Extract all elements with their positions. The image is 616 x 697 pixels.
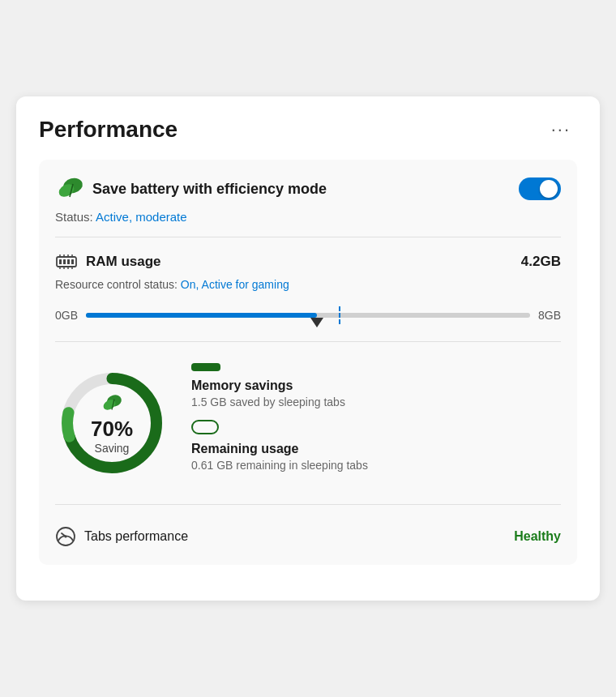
slider-thumb	[310, 318, 323, 327]
memory-savings-desc: 1.5 GB saved by sleeping tabs	[191, 396, 561, 408]
card-header: Performance ···	[39, 116, 577, 143]
efficiency-row: Save battery with efficiency mode	[55, 174, 561, 203]
memory-section: 70% Saving Memory savings 1.5 GB saved b…	[55, 355, 561, 491]
divider-3	[55, 504, 561, 505]
more-options-button[interactable]: ···	[545, 116, 577, 143]
remaining-usage-desc: 0.61 GB remaining in sleeping tabs	[191, 459, 561, 472]
tabs-left: Tabs performance	[55, 526, 188, 547]
resource-status: Resource control status: On, Active for …	[55, 278, 561, 291]
donut-chart: 70% Saving	[55, 366, 169, 480]
remaining-usage-item: Remaining usage 0.61 GB remaining in sle…	[191, 420, 561, 472]
slider-track-wrap[interactable]	[86, 302, 530, 328]
divider-2	[55, 341, 561, 342]
remaining-usage-badge	[191, 420, 219, 434]
svg-rect-6	[67, 259, 70, 264]
memory-savings-badge	[191, 363, 220, 371]
donut-leaf-icon	[101, 392, 123, 415]
tabs-performance-label: Tabs performance	[84, 529, 188, 544]
donut-sublabel: Saving	[91, 442, 133, 455]
memory-details: Memory savings 1.5 GB saved by sleeping …	[191, 363, 561, 483]
efficiency-section: Save battery with efficiency mode Status…	[39, 160, 577, 565]
donut-center-text: 70% Saving	[91, 392, 133, 455]
page-title: Performance	[39, 117, 178, 143]
efficiency-left: Save battery with efficiency mode	[55, 174, 327, 203]
ram-header: RAM usage 4.2GB	[55, 250, 561, 273]
svg-rect-4	[59, 259, 62, 264]
status-prefix: Status:	[55, 210, 96, 224]
efficiency-toggle[interactable]	[519, 177, 561, 200]
efficiency-label: Save battery with efficiency mode	[92, 181, 327, 198]
speedometer-icon	[55, 526, 76, 547]
ram-icon	[55, 250, 78, 273]
svg-rect-7	[71, 259, 74, 264]
divider-1	[55, 237, 561, 237]
ram-value: 4.2GB	[521, 254, 561, 270]
slider-container: 0GB 8GB	[55, 302, 561, 328]
ram-label: RAM usage	[86, 254, 161, 270]
slider-max-label: 8GB	[538, 309, 561, 322]
tabs-performance-status: Healthy	[514, 529, 561, 544]
slider-dashed-line	[339, 306, 340, 324]
svg-rect-5	[63, 259, 66, 264]
ram-left: RAM usage	[55, 250, 161, 273]
performance-card: Performance ··· Save battery with effici…	[16, 96, 600, 601]
slider-min-label: 0GB	[55, 309, 78, 322]
leaf-icon	[55, 174, 84, 203]
status-row: Status: Active, moderate	[55, 210, 561, 224]
svg-point-24	[65, 536, 67, 538]
memory-savings-title: Memory savings	[191, 378, 561, 393]
resource-active: On, Active for gaming	[181, 278, 289, 291]
tabs-performance-row: Tabs performance Healthy	[55, 518, 561, 550]
remaining-usage-title: Remaining usage	[191, 442, 561, 456]
donut-percent: 70%	[91, 417, 133, 442]
toggle-knob	[540, 180, 558, 198]
memory-savings-item: Memory savings 1.5 GB saved by sleeping …	[191, 363, 561, 408]
status-value: Active, moderate	[96, 210, 187, 224]
slider-track	[86, 313, 530, 318]
resource-prefix: Resource control status:	[55, 278, 181, 291]
slider-fill	[86, 313, 317, 318]
